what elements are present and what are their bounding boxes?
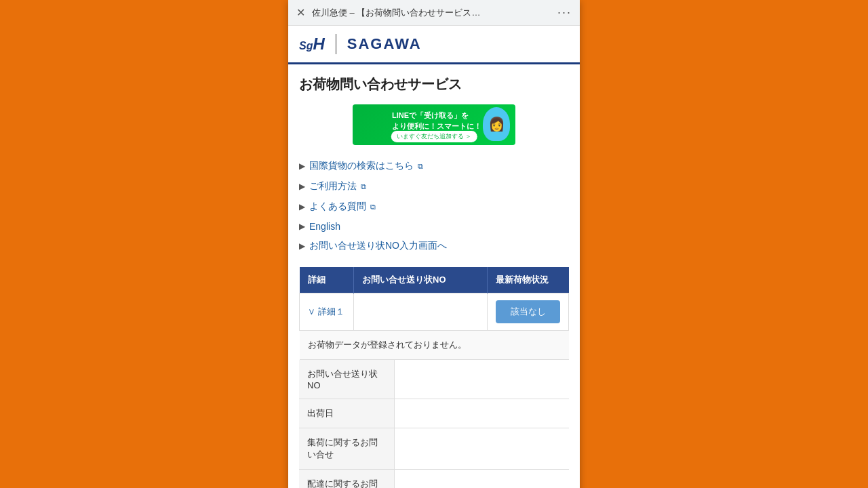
page-content: お荷物問い合わせサービス LINEで「受け取る」を より便利に！スマートに！ 佐… (288, 64, 580, 488)
banner-character-icon: 👩 (483, 107, 510, 141)
external-link-icon-3: ⧉ (370, 203, 376, 211)
nav-arrow-icon-1: ▶ (299, 161, 305, 171)
detail-toggle-cell[interactable]: ∨ 詳細１ (300, 293, 354, 331)
nav-link-item-3: ▶ よくある質問 ⧉ (299, 197, 569, 217)
sagawa-logo-text: SAGAWA (347, 35, 422, 53)
page-title: お荷物問い合わせサービス (299, 75, 569, 94)
status-badge: 該当なし (496, 300, 560, 323)
nav-link-item-1: ▶ 国際貨物の検索はこちら ⧉ (299, 156, 569, 176)
tab-bar: ✕ 佐川急便 – 【お荷物問い合わせサービス… ··· (288, 0, 580, 26)
detail-row-delivery: 配達に関するお問い合せ (299, 470, 569, 489)
tracking-table: 詳細 お問い合せ送り状NO 最新荷物状況 ∨ 詳細１ 該当なし お荷物データが登… (299, 267, 569, 360)
status-cell: 該当なし (488, 293, 569, 331)
sgw-logo-icon: SgH (299, 35, 325, 54)
col-header-tracking-no: お問い合せ送り状NO (354, 267, 488, 293)
detail-label-pickup: 集荷に関するお問い合せ (299, 428, 394, 470)
close-tab-icon[interactable]: ✕ (296, 6, 305, 19)
nav-link-item-5: ▶ お問い合せ送り状NO入力画面へ (299, 236, 569, 256)
detail-table: お問い合せ送り状NO 出荷日 集荷に関するお問い合せ 配達に関するお問い合せ (299, 360, 569, 488)
nav-link-international[interactable]: 国際貨物の検索はこちら (309, 160, 414, 172)
table-row-1: ∨ 詳細１ 該当なし (300, 293, 569, 331)
browser-window: ✕ 佐川急便 – 【お荷物問い合わせサービス… ··· SgH SAGAWA お… (288, 0, 580, 488)
line-banner[interactable]: LINEで「受け取る」を より便利に！スマートに！ 佐川急便LINE公式アカウン… (353, 104, 515, 145)
detail-row-tracking-no: お問い合せ送り状NO (299, 360, 569, 399)
banner-line1: LINEで「受け取る」を (392, 110, 469, 121)
detail-row-shipdate: 出荷日 (299, 399, 569, 428)
detail-value-shipdate (394, 399, 569, 428)
nav-link-usage[interactable]: ご利用方法 (309, 180, 357, 192)
page-header: SgH SAGAWA (288, 26, 580, 64)
detail-label-tracking-no: お問い合せ送り状NO (299, 360, 394, 399)
nav-link-item-4: ▶ English (299, 217, 569, 236)
detail-label-shipdate: 出荷日 (299, 399, 394, 428)
detail-value-pickup (394, 428, 569, 470)
nav-link-english[interactable]: English (309, 221, 340, 232)
banner-add-friend-button[interactable]: いますぐ友だち追加する ＞ (391, 131, 477, 142)
logo: SgH SAGAWA (299, 34, 422, 54)
detail-row-pickup: 集荷に関するお問い合せ (299, 428, 569, 470)
no-data-row: お荷物データが登録されておりません。 (300, 331, 569, 360)
more-options-icon[interactable]: ··· (557, 5, 572, 20)
nav-link-faq[interactable]: よくある質問 (309, 201, 366, 213)
nav-arrow-icon-3: ▶ (299, 202, 305, 211)
col-header-detail: 詳細 (300, 267, 354, 293)
detail-value-delivery (394, 470, 569, 489)
line-banner-container: LINEで「受け取る」を より便利に！スマートに！ 佐川急便LINE公式アカウン… (299, 104, 569, 145)
nav-arrow-icon-2: ▶ (299, 182, 305, 191)
col-header-status: 最新荷物状況 (488, 267, 569, 293)
logo-divider (336, 34, 336, 54)
nav-links: ▶ 国際貨物の検索はこちら ⧉ ▶ ご利用方法 ⧉ ▶ よくある質問 ⧉ ▶ E… (299, 156, 569, 256)
nav-arrow-icon-5: ▶ (299, 241, 305, 251)
table-header: 詳細 お問い合せ送り状NO 最新荷物状況 (300, 267, 569, 293)
nav-arrow-icon-4: ▶ (299, 222, 305, 231)
no-data-message: お荷物データが登録されておりません。 (300, 331, 569, 360)
tracking-no-cell (354, 293, 488, 331)
banner-text-block: LINEで「受け取る」を より便利に！スマートに！ 佐川急便LINE公式アカウン… (387, 110, 481, 140)
detail-value-tracking-no (394, 360, 569, 399)
external-link-icon-1: ⧉ (418, 162, 423, 171)
nav-link-inquiry-screen[interactable]: お問い合せ送り状NO入力画面へ (309, 240, 447, 252)
nav-link-item-2: ▶ ご利用方法 ⧉ (299, 176, 569, 197)
detail-toggle-1[interactable]: ∨ 詳細１ (308, 306, 345, 318)
detail-label-delivery: 配達に関するお問い合せ (299, 470, 394, 489)
banner-line2: より便利に！スマートに！ (392, 121, 481, 131)
external-link-icon-2: ⧉ (361, 182, 366, 191)
tab-title: 佐川急便 – 【お荷物問い合わせサービス… (312, 7, 551, 19)
